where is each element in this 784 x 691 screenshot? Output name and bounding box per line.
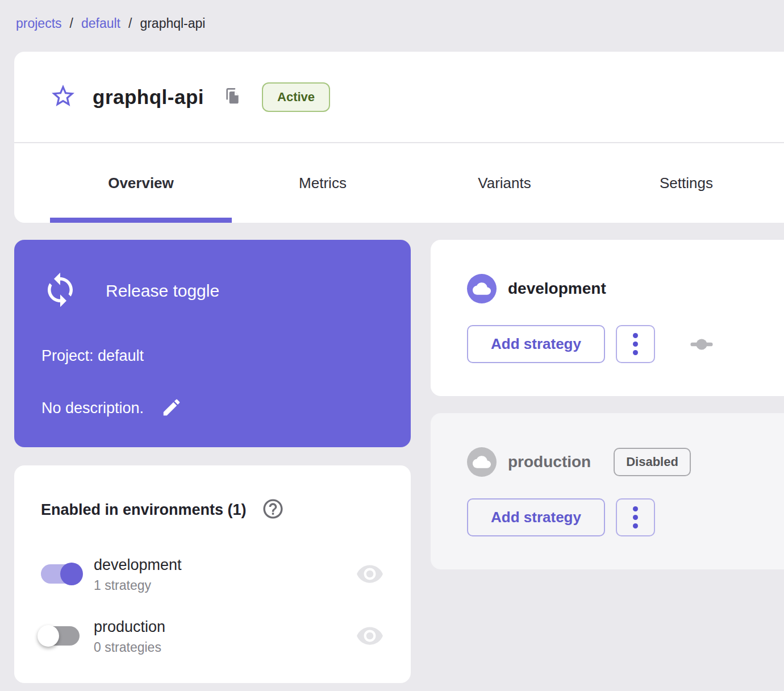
strategy-count: 1 strategy <box>94 578 182 593</box>
tab-overview[interactable]: Overview <box>50 143 232 223</box>
copy-name-button[interactable] <box>223 87 241 107</box>
environment-header: development <box>467 274 784 303</box>
right-column: development Add strategy production Disa… <box>431 240 784 683</box>
toggle-thumb <box>60 563 83 585</box>
environment-labels: production 0 strategies <box>94 618 165 655</box>
toggle-wrap <box>41 564 94 586</box>
tab-bar: Overview Metrics Variants Settings <box>14 143 784 223</box>
visibility-button[interactable] <box>356 622 384 652</box>
feature-project-label: Project: default <box>41 347 383 365</box>
add-strategy-button[interactable]: Add strategy <box>467 498 605 536</box>
page-title: graphql-api <box>93 86 204 109</box>
more-options-button[interactable] <box>616 325 655 363</box>
visibility-button[interactable] <box>356 560 384 590</box>
breadcrumb-projects-link[interactable]: projects <box>16 16 62 31</box>
eye-icon <box>356 560 384 590</box>
timeline-node-icon <box>690 339 714 350</box>
feature-header-card: graphql-api Active Overview Metrics Vari… <box>14 52 784 223</box>
environment-name: development <box>94 556 182 574</box>
development-strategy-card: development Add strategy <box>431 240 784 396</box>
tab-metrics[interactable]: Metrics <box>232 143 414 223</box>
eye-icon <box>356 622 384 652</box>
feature-type-label: Release toggle <box>106 281 219 301</box>
breadcrumb-current: graphql-api <box>140 16 205 31</box>
disabled-badge: Disabled <box>614 448 691 476</box>
help-button[interactable] <box>261 497 285 522</box>
environment-row-development: development 1 strategy <box>41 556 384 593</box>
strategy-count: 0 strategies <box>94 640 165 655</box>
environment-header: production Disabled <box>467 447 784 477</box>
feature-description-row: No description. <box>41 397 383 420</box>
enabled-environments-panel: Enabled in environments (1) development … <box>14 465 411 683</box>
edit-description-button[interactable] <box>161 397 182 420</box>
feature-type-row: Release toggle <box>41 271 383 311</box>
breadcrumb-default-link[interactable]: default <box>81 16 120 31</box>
tab-settings[interactable]: Settings <box>595 143 777 223</box>
environment-name: production <box>94 618 165 636</box>
star-icon <box>49 82 77 111</box>
tab-variants[interactable]: Variants <box>414 143 595 223</box>
breadcrumb-separator: / <box>128 16 132 31</box>
production-toggle[interactable] <box>41 626 80 646</box>
environment-card-title: production <box>508 453 591 471</box>
add-strategy-button[interactable]: Add strategy <box>467 325 605 363</box>
environment-row-production: production 0 strategies <box>41 618 384 655</box>
toggle-wrap <box>41 626 94 648</box>
environment-card-title: development <box>508 280 606 298</box>
panel-title: Enabled in environments (1) <box>41 501 247 519</box>
favorite-button[interactable] <box>49 84 77 111</box>
production-strategy-card: production Disabled Add strategy <box>431 413 784 569</box>
question-mark-icon <box>261 497 285 522</box>
left-column: Release toggle Project: default No descr… <box>14 240 411 683</box>
pencil-icon <box>161 397 182 420</box>
overview-content: Release toggle Project: default No descr… <box>14 240 784 683</box>
development-toggle[interactable] <box>41 564 80 584</box>
feature-header: graphql-api Active <box>14 52 784 143</box>
more-options-button[interactable] <box>616 498 655 536</box>
feature-description: No description. <box>41 399 144 417</box>
cloud-icon <box>467 447 497 477</box>
environment-actions: Add strategy <box>467 498 784 536</box>
sync-loop-icon <box>41 271 79 311</box>
status-badge: Active <box>262 82 330 112</box>
kebab-icon <box>633 506 638 528</box>
kebab-icon <box>633 333 638 355</box>
breadcrumb: projects / default / graphql-api <box>0 0 784 31</box>
panel-title-row: Enabled in environments (1) <box>41 497 384 522</box>
environment-actions: Add strategy <box>467 325 784 363</box>
environment-labels: development 1 strategy <box>94 556 182 593</box>
cloud-icon <box>467 274 497 303</box>
toggle-thumb <box>37 625 59 647</box>
breadcrumb-separator: / <box>70 16 73 31</box>
copy-icon <box>223 87 241 107</box>
feature-summary-card: Release toggle Project: default No descr… <box>14 240 411 447</box>
